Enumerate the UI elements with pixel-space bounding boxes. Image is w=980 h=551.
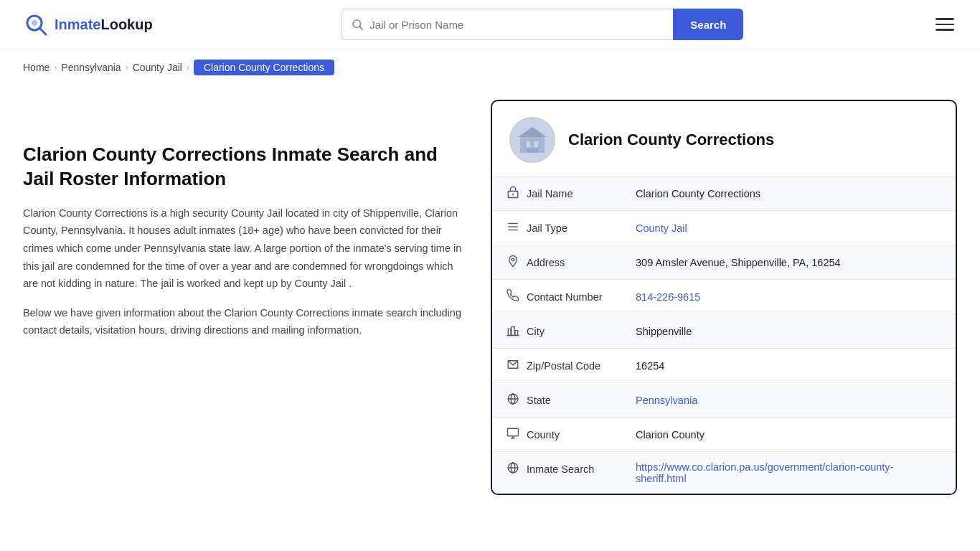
row-label: City — [527, 326, 545, 337]
row-label: Zip/Postal Code — [527, 360, 600, 372]
svg-rect-7 — [527, 141, 530, 147]
breadcrumb-separator-2: › — [126, 62, 128, 72]
table-value-link[interactable]: Pennsylvania — [636, 395, 697, 406]
table-label-cell: Inmate Search — [492, 452, 621, 486]
breadcrumb-home[interactable]: Home — [23, 62, 50, 73]
breadcrumb-active: Clarion County Corrections — [194, 60, 334, 75]
site-header: InmateLookup Search — [0, 0, 980, 50]
table-row: StatePennsylvania — [492, 383, 956, 418]
svg-marker-6 — [518, 127, 547, 137]
table-label-cell: County — [492, 418, 621, 451]
breadcrumb-separator-3: › — [187, 62, 189, 72]
svg-rect-9 — [527, 149, 538, 153]
table-row: Jail NameClarion County Corrections — [492, 176, 956, 211]
jail-icon — [507, 186, 519, 201]
hamburger-line-2 — [936, 24, 954, 26]
facility-image — [509, 117, 555, 163]
table-value-cell: Clarion County — [621, 418, 956, 452]
row-label: Jail Type — [527, 222, 567, 234]
city-icon — [507, 324, 519, 339]
search-icon — [351, 18, 364, 31]
logo-text: InmateLookup — [55, 17, 153, 33]
table-row: Jail TypeCounty Jail — [492, 211, 956, 245]
row-label: Contact Number — [527, 291, 603, 303]
row-label: Address — [527, 257, 565, 268]
search-input[interactable] — [369, 19, 664, 31]
search-area: Search — [341, 9, 743, 40]
card-title: Clarion County Corrections — [568, 131, 774, 149]
svg-rect-11 — [540, 137, 541, 153]
search-input-wrapper — [341, 9, 673, 40]
breadcrumb: Home › Pennsylvania › County Jail › Clar… — [0, 50, 980, 85]
right-column: Clarion County Corrections Jail NameClar… — [491, 100, 957, 495]
logo-icon — [23, 11, 49, 37]
left-column: Clarion County Corrections Inmate Search… — [23, 100, 468, 495]
svg-rect-8 — [534, 141, 538, 147]
table-value-cell: 309 Amsler Avenue, Shippenville, PA, 162… — [621, 245, 956, 280]
svg-point-17 — [512, 258, 514, 261]
page-heading: Clarion County Corrections Inmate Search… — [23, 143, 468, 192]
svg-rect-20 — [515, 331, 518, 336]
row-label: Inmate Search — [527, 463, 594, 475]
description-paragraph-2: Below we have given information about th… — [23, 304, 468, 339]
breadcrumb-county-jail[interactable]: County Jail — [133, 62, 182, 73]
info-table: Jail NameClarion County CorrectionsJail … — [492, 176, 956, 494]
table-value-cell: Clarion County Corrections — [621, 176, 956, 211]
table-label-cell: Jail Name — [492, 176, 621, 210]
table-row: CountyClarion County — [492, 418, 956, 452]
svg-rect-18 — [508, 329, 511, 336]
table-row: CityShippenville — [492, 314, 956, 349]
table-value-cell: Pennsylvania — [621, 383, 956, 418]
search-button[interactable]: Search — [673, 9, 743, 40]
table-label-cell: Contact Number — [492, 280, 621, 314]
svg-point-2 — [32, 20, 37, 26]
svg-rect-10 — [524, 137, 525, 153]
table-value-link[interactable]: https://www.co.clarion.pa.us/government/… — [636, 461, 893, 484]
table-row: Contact Number814-226-9615 — [492, 280, 956, 314]
table-value-link[interactable]: County Jail — [636, 222, 687, 234]
svg-rect-19 — [512, 327, 515, 336]
hamburger-line-3 — [936, 29, 954, 31]
svg-line-4 — [360, 27, 363, 29]
table-value-link[interactable]: 814-226-9615 — [636, 291, 700, 303]
table-row: Inmate Searchhttps://www.co.clarion.pa.u… — [492, 452, 956, 494]
facility-building-icon — [517, 124, 548, 156]
phone-icon — [507, 289, 519, 304]
table-row: Address309 Amsler Avenue, Shippenville, … — [492, 245, 956, 280]
table-value-cell: County Jail — [621, 211, 956, 245]
main-content: Clarion County Corrections Inmate Search… — [0, 85, 980, 524]
globe-icon — [507, 392, 519, 408]
breadcrumb-separator-1: › — [54, 62, 57, 72]
table-value-cell: Shippenville — [621, 314, 956, 349]
logo-link[interactable]: InmateLookup — [23, 11, 153, 37]
table-label-cell: Zip/Postal Code — [492, 349, 621, 382]
breadcrumb-pennsylvania[interactable]: Pennsylvania — [61, 62, 121, 73]
search-icon — [507, 461, 519, 476]
table-value-cell: https://www.co.clarion.pa.us/government/… — [621, 452, 956, 494]
svg-line-1 — [39, 28, 46, 34]
table-label-cell: State — [492, 383, 621, 417]
card-header: Clarion County Corrections — [492, 101, 956, 176]
facility-info-card: Clarion County Corrections Jail NameClar… — [491, 100, 957, 495]
table-row: Zip/Postal Code16254 — [492, 349, 956, 383]
svg-rect-24 — [508, 428, 519, 436]
table-label-cell: Jail Type — [492, 211, 621, 245]
row-label: State — [527, 395, 551, 406]
hamburger-line-1 — [936, 18, 954, 20]
row-label: County — [527, 429, 560, 441]
location-icon — [507, 255, 519, 270]
row-label: Jail Name — [527, 188, 573, 199]
table-label-cell: City — [492, 314, 621, 348]
table-value-cell: 814-226-9615 — [621, 280, 956, 314]
table-label-cell: Address — [492, 245, 621, 279]
table-value-cell: 16254 — [621, 349, 956, 383]
description-paragraph-1: Clarion County Corrections is a high sec… — [23, 204, 468, 293]
type-icon — [507, 220, 519, 235]
county-icon — [507, 427, 519, 442]
hamburger-menu-button[interactable] — [933, 15, 957, 34]
zip-icon — [507, 358, 519, 373]
